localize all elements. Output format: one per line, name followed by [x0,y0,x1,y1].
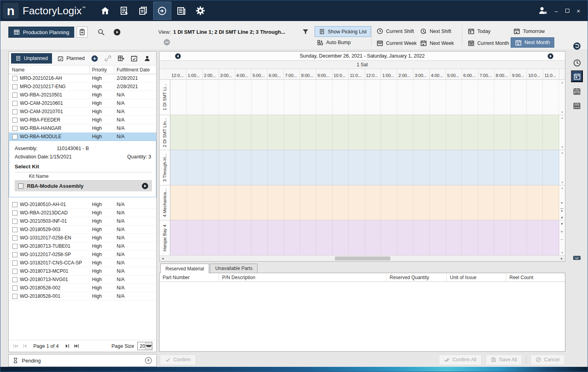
home-nav-icon[interactable] [96,2,114,20]
work-order-row[interactable]: WO-10182017-CNS-CCA-SPHighN/A [9,259,156,267]
work-order-checkbox[interactable] [12,118,17,123]
work-order-row[interactable]: MRO-20210217-ENGHigh2/28/2021 [9,83,156,91]
current-week-button[interactable]: Current Week [377,40,417,46]
lane-scrollbar[interactable]: ▲▼ [559,115,565,150]
lane-timeline[interactable] [170,150,559,185]
work-order-row[interactable]: WO-20180529-003HighN/A [9,226,156,234]
lane-scroll-down-icon[interactable]: ▼ [561,181,564,184]
auto-bump-button[interactable]: Auto Bump [317,39,351,46]
production-planning-button[interactable]: Production Planning [8,27,74,38]
batch-records-nav-icon[interactable] [134,2,152,20]
zoom-in-icon[interactable]: + [561,229,563,234]
lane-timeline[interactable] [170,80,559,115]
column-header-name[interactable]: Name [9,66,90,74]
shift-view-icon[interactable] [571,57,583,69]
work-order-checkbox[interactable] [12,126,17,131]
lane-scroll-up-icon[interactable]: ▲ [561,187,564,189]
scroll-right-icon[interactable]: ► [559,257,565,260]
settings-gear-icon[interactable] [191,2,209,20]
row-down-icon[interactable]: ▼ [560,223,563,226]
work-order-checkbox[interactable] [12,202,17,207]
work-order-row[interactable]: WO-20180510-AH-01HighN/A [9,200,156,209]
lane-scroll-down-icon[interactable]: ▼ [561,111,564,114]
today-button[interactable]: Today [468,28,490,35]
row-up-icon[interactable]: ▲ [560,216,563,219]
filter-funnel-icon[interactable] [302,28,309,35]
maximize-button[interactable] [563,6,572,15]
search-icon[interactable] [97,28,105,36]
scroll-left-icon[interactable]: ◄ [159,257,166,260]
tomorrow-button[interactable]: Tomorrow [513,28,545,35]
work-order-row[interactable]: WO-20180713-NVG01HighN/A [9,276,156,284]
view-selector[interactable]: View:1 DI SMT Line 1; 2 DI SMT LIne 2; 3… [158,29,285,35]
next-shift-button[interactable]: Next Shift [420,28,451,35]
lane-timeline[interactable] [170,185,559,220]
kit-go-icon[interactable] [141,182,149,190]
scrollbar-track[interactable] [166,256,559,261]
scroll-down-icon[interactable]: ▼ [560,202,563,205]
scrollbar-thumb[interactable] [335,256,390,260]
export-grid-icon[interactable] [117,55,125,62]
lane-scroll-up-icon[interactable]: ▲ [561,81,564,84]
save-all-button[interactable]: Save All [486,355,522,365]
work-order-row[interactable]: MRO-20210216-AHHigh2/28/2021 [9,74,156,83]
work-order-row[interactable]: WO-RBA-HANGARHighN/A [9,124,156,133]
go-to-icon[interactable] [113,28,121,36]
work-order-checkbox[interactable] [12,294,17,299]
work-order-row[interactable]: WO-20180713-MCP01HighN/A [9,267,156,276]
work-order-checkbox[interactable] [12,219,17,224]
collapse-panel-icon[interactable] [571,40,583,52]
work-order-row[interactable]: WO-RBA-FEEDERHighN/A [9,116,156,124]
work-order-checkbox[interactable] [12,269,17,274]
previous-page-icon[interactable] [22,343,28,349]
production-nav-icon[interactable] [153,2,171,20]
work-order-row[interactable]: WO-20180528-002HighN/A [9,284,156,292]
add-work-order-icon[interactable] [91,55,98,62]
work-order-row[interactable]: WO-RBA-20213DCADHighN/A [9,209,156,217]
close-button[interactable]: × [574,6,583,15]
pending-bar[interactable]: Pending [8,354,157,367]
lane-scrollbar[interactable]: ▲▼ [559,80,565,115]
reports-nav-icon[interactable] [172,2,190,20]
work-order-checkbox[interactable] [12,134,17,139]
minimize-button[interactable]: – [552,6,561,15]
week-view-icon[interactable] [571,85,583,97]
current-shift-button[interactable]: Current Shift [377,28,414,35]
next-page-icon[interactable] [64,343,70,349]
lane-timeline[interactable] [170,220,559,255]
work-order-checkbox[interactable] [12,76,17,81]
show-picking-list-button[interactable]: Show Picking List [315,26,371,37]
day-view-icon[interactable] [571,70,583,82]
lane-scroll-down-icon[interactable]: ▼ [561,251,564,254]
work-order-row[interactable]: WO-10122017-0258-SPHighN/A [9,251,156,259]
lane-scroll-down-icon[interactable]: ▼ [561,146,564,148]
work-order-checkbox[interactable] [12,227,17,232]
current-month-button[interactable]: Current Month [468,40,509,46]
work-order-row[interactable]: WO-20210503-INF-01HighN/A [9,217,156,226]
previous-period-icon[interactable] [175,53,181,60]
first-page-icon[interactable] [13,343,19,349]
work-order-row[interactable]: WO-CAM-20210601HighN/A [9,99,156,108]
next-period-icon[interactable] [547,53,554,60]
lane-scrollbar[interactable]: ▲▼ [559,150,565,185]
work-order-checkbox[interactable] [12,84,17,89]
work-order-checkbox[interactable] [12,260,17,266]
next-month-button[interactable]: Next Month [511,37,554,48]
schedule-check-icon[interactable] [131,55,138,62]
kit-row[interactable]: RBA-Module Assembly [15,181,152,191]
work-order-checkbox[interactable] [12,285,17,291]
collapse-all-icon[interactable]: ▲ [560,208,563,212]
confirm-all-button[interactable]: Confirm All [439,355,481,365]
column-header-fulfillment-date[interactable]: Fulfillment Date [114,67,156,73]
work-order-row[interactable]: WO-CAM-20210701HighN/A [9,108,156,116]
horizontal-scrollbar[interactable]: ◄ ► [159,255,565,261]
zoom-out-icon[interactable]: − [561,237,563,242]
tab-reserved-material[interactable]: Reserved Material [160,264,209,273]
work-order-checkbox[interactable] [12,210,17,216]
work-order-row[interactable]: WO-RBA-MODULEHighN/A [9,133,156,141]
tab-unplanned[interactable]: Unplanned [11,53,52,64]
work-order-row[interactable]: WO-20180528-001HighN/A [9,292,156,301]
month-view-icon[interactable] [571,100,583,112]
lane-scroll-up-icon[interactable]: ▲ [561,116,564,119]
kit-checkbox[interactable] [18,183,23,189]
